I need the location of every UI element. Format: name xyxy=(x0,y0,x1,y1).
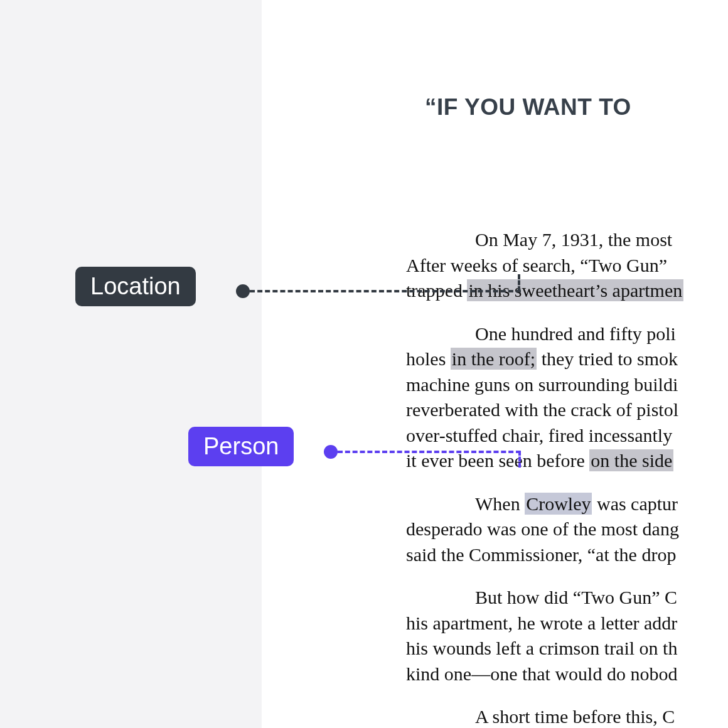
text-span: his wounds left a crimson trail on th xyxy=(406,638,677,658)
text-span: When xyxy=(475,493,525,514)
text-span: After weeks of search, “Two Gun” xyxy=(406,255,667,276)
sidebar-panel xyxy=(0,0,262,728)
text-span: his apartment, he wrote a letter addr xyxy=(406,613,677,633)
paragraph-4: But how did “Two Gun” C his apartment, h… xyxy=(406,585,728,687)
connector-line xyxy=(338,451,521,453)
text-span: said the Commissioner, “at the drop xyxy=(406,544,676,565)
text-span: A short time before this, C xyxy=(475,706,675,727)
text-span: desperado was one of the most dang xyxy=(406,518,679,539)
connector-line xyxy=(518,451,521,468)
text-span: machine guns on surrounding buildi xyxy=(406,374,678,395)
document-panel: “IF YOU WANT TO On May 7, 1931, the most… xyxy=(262,0,728,728)
highlight-person[interactable]: Crowley xyxy=(525,493,592,515)
connector-dot-person xyxy=(324,445,338,459)
entity-tag-person[interactable]: Person xyxy=(188,427,294,466)
connector-line xyxy=(250,290,521,292)
connector-line xyxy=(518,274,520,291)
text-span: over-stuffed chair, fired incessantly xyxy=(406,425,672,446)
text-span: On May 7, 1931, the most xyxy=(475,229,672,250)
text-span: reverberated with the crack of pistol xyxy=(406,399,678,420)
text-span: they tried to smok xyxy=(537,348,678,369)
text-span: One hundred and fifty poli xyxy=(475,323,676,344)
highlight-location[interactable]: on the side xyxy=(589,449,673,471)
document-title: “IF YOU WANT TO xyxy=(425,94,728,120)
paragraph-5: A short time before this, C xyxy=(406,704,728,728)
document-body: On May 7, 1931, the most After weeks of … xyxy=(406,227,728,728)
text-span: kind one—one that would do nobod xyxy=(406,663,677,684)
text-span: was captur xyxy=(592,493,678,514)
text-span: But how did “Two Gun” C xyxy=(475,587,677,608)
connector-dot-location xyxy=(236,284,250,298)
entity-tag-location[interactable]: Location xyxy=(75,267,196,306)
highlight-location[interactable]: in the roof; xyxy=(451,348,537,370)
paragraph-3: When Crowley was captur desperado was on… xyxy=(406,491,728,568)
text-span: holes xyxy=(406,348,451,369)
